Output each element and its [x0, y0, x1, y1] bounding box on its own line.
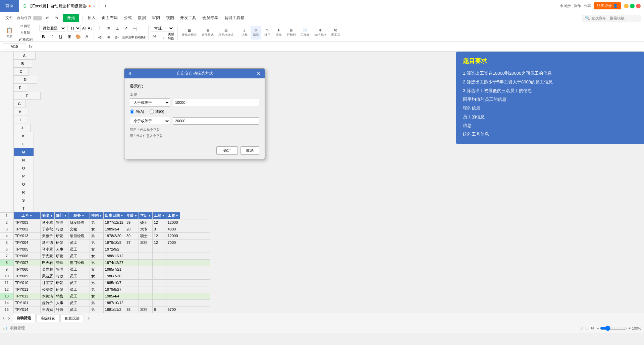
- col-M[interactable]: M: [14, 148, 34, 156]
- cell-I6[interactable]: [152, 246, 166, 253]
- border-btn[interactable]: ⊞: [65, 32, 73, 41]
- cell-I7[interactable]: [152, 253, 166, 259]
- cell-M1[interactable]: [186, 212, 189, 219]
- row-num[interactable]: 6: [0, 246, 13, 253]
- cell-D4[interactable]: 项目经理: [68, 232, 90, 239]
- cell-F12[interactable]: 1979/8/27: [103, 286, 125, 293]
- sheet-next-btn[interactable]: ›: [7, 315, 11, 322]
- view-layout-btn[interactable]: ⊟: [585, 326, 588, 330]
- col-O[interactable]: O: [14, 164, 34, 172]
- cell-style-btn[interactable]: ▤ 单元格样式: [216, 26, 235, 40]
- header-D[interactable]: 职务▼: [68, 212, 90, 219]
- cell-E11[interactable]: 男: [90, 279, 103, 286]
- wrap-text-btn[interactable]: 自动换行: [135, 35, 147, 40]
- cell-C15[interactable]: 行政: [55, 306, 68, 313]
- cell-G8[interactable]: [125, 259, 139, 266]
- share-btn[interactable]: 分享: [584, 3, 591, 8]
- cell-I3[interactable]: 3: [152, 226, 166, 232]
- align-right-btn[interactable]: ⫸: [113, 33, 121, 41]
- cell-H9[interactable]: [139, 266, 152, 273]
- menu-page-layout[interactable]: 页面布局: [99, 14, 120, 22]
- cell-C4[interactable]: 研发: [55, 232, 68, 239]
- cell-C14[interactable]: 人事: [55, 299, 68, 306]
- cell-A7[interactable]: TPY006: [13, 253, 41, 259]
- cell-F14[interactable]: 1987/10/12: [103, 299, 125, 306]
- filter-dialog[interactable]: S 自定义自动筛选方式 ✕ 显示行: 工资 大于或等于: [124, 68, 265, 159]
- cell-B7[interactable]: 于光豪: [41, 253, 55, 259]
- row-num[interactable]: 12: [0, 286, 13, 293]
- bold-btn[interactable]: B: [39, 32, 47, 41]
- cell-B9[interactable]: 吴光胜: [41, 266, 55, 273]
- cell-C6[interactable]: 人事: [55, 246, 68, 253]
- cell-C3[interactable]: 行政: [55, 226, 68, 232]
- cell-G2[interactable]: 39: [125, 219, 139, 226]
- row-col-btn[interactable]: ⊟ 行和列: [285, 26, 298, 40]
- cell-I5[interactable]: 12: [152, 239, 166, 246]
- cell-M11[interactable]: [186, 279, 189, 286]
- operator2-select[interactable]: 小于或等于: [130, 117, 170, 125]
- cell-I10[interactable]: [152, 273, 166, 279]
- cell-D5[interactable]: 员工: [68, 239, 90, 246]
- cell-J3[interactable]: 4800: [166, 226, 180, 232]
- cell-C2[interactable]: 管理: [55, 219, 68, 226]
- cell-D8[interactable]: 部门经理: [68, 259, 90, 266]
- cut-btn[interactable]: ✂ 剪切: [15, 24, 36, 29]
- cell-B13[interactable]: 木婉清: [41, 293, 55, 299]
- cell-C10[interactable]: 行政: [55, 273, 68, 279]
- cell-A5[interactable]: TPY004: [13, 239, 41, 246]
- cell-M6[interactable]: [186, 246, 189, 253]
- cell-E10[interactable]: 女: [90, 273, 103, 279]
- copy-btn[interactable]: ⎘ 复制: [15, 30, 36, 36]
- cell-H3[interactable]: 大专: [139, 226, 152, 232]
- cell-D10[interactable]: 员工: [68, 273, 90, 279]
- maximize-btn[interactable]: [630, 4, 635, 8]
- cell-E7[interactable]: 女: [90, 253, 103, 259]
- cell-G12[interactable]: [125, 286, 139, 293]
- paste-btn[interactable]: 📋 粘贴: [4, 26, 15, 40]
- font-size-selector[interactable]: 11: [67, 25, 81, 31]
- search-box[interactable]: 🔍: [582, 15, 641, 21]
- add-tab-btn[interactable]: +: [100, 0, 111, 12]
- value2-input[interactable]: [173, 117, 259, 125]
- cell-B8[interactable]: 巴天石: [41, 259, 55, 266]
- col-K[interactable]: K: [14, 132, 34, 140]
- cell-D13[interactable]: 员工: [68, 293, 90, 299]
- cell-G11[interactable]: [125, 279, 139, 286]
- cell-G7[interactable]: [125, 253, 139, 259]
- cell-M9[interactable]: [186, 266, 189, 273]
- cell-F2[interactable]: 1977/12/12: [103, 219, 125, 226]
- cell-F10[interactable]: 1986/7/30: [103, 273, 125, 279]
- cell-G15[interactable]: 35: [125, 306, 139, 313]
- menu-redo-btn[interactable]: ↻: [52, 14, 61, 22]
- menu-ai-tools[interactable]: 智能工具箱: [222, 14, 247, 22]
- cell-I9[interactable]: [152, 266, 166, 273]
- cell-M12[interactable]: [186, 286, 189, 293]
- formula-input[interactable]: [35, 44, 641, 50]
- cancel-button[interactable]: 取消: [240, 146, 259, 155]
- zoom-out-btn[interactable]: −: [597, 326, 599, 330]
- cell-A8[interactable]: TPY007: [13, 259, 41, 266]
- row-num[interactable]: 10: [0, 273, 13, 279]
- cell-A14[interactable]: TPY101: [13, 299, 41, 306]
- cond-format-btn[interactable]: ≣ 条件格式: [200, 26, 216, 40]
- cell-B10[interactable]: 风波恶: [41, 273, 55, 279]
- cell-F9[interactable]: 1985/7/21: [103, 266, 125, 273]
- cell-D12[interactable]: 员工: [68, 286, 90, 293]
- cell-E14[interactable]: 男: [90, 299, 103, 306]
- cell-F11[interactable]: 1985/10/7: [103, 279, 125, 286]
- cell-B11[interactable]: 甘宝宝: [41, 279, 55, 286]
- cell-C5[interactable]: 研发: [55, 239, 68, 246]
- row-num[interactable]: 5: [0, 239, 13, 246]
- cell-E15[interactable]: 男: [90, 306, 103, 313]
- cell-A6[interactable]: TPY005: [13, 246, 41, 253]
- cell-A11[interactable]: TPY010: [13, 279, 41, 286]
- header-H[interactable]: 学历▼: [139, 212, 152, 219]
- cell-M14[interactable]: [186, 299, 189, 306]
- cell-F15[interactable]: 1981/11/2: [103, 306, 125, 313]
- row-num[interactable]: 3: [0, 226, 13, 232]
- decrease-font-btn[interactable]: A↓: [88, 26, 92, 30]
- cell-M8[interactable]: [186, 259, 189, 266]
- menu-membership[interactable]: 会员专享: [200, 14, 221, 22]
- cell-H13[interactable]: [139, 293, 152, 299]
- cell-D11[interactable]: 员工: [68, 279, 90, 286]
